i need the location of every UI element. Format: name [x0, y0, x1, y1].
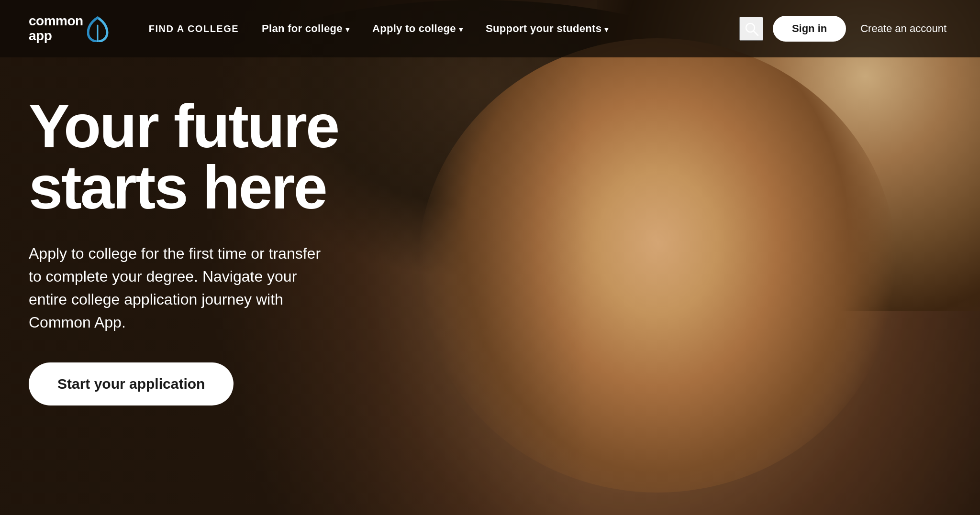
hero-subtitle: Apply to college for the first time or t…: [29, 242, 335, 334]
signin-button[interactable]: Sign in: [773, 16, 846, 42]
support-students-chevron-icon: ▾: [604, 25, 608, 34]
logo-app: app: [29, 29, 83, 44]
hero-title: Your future starts here: [29, 96, 402, 218]
logo-common: common: [29, 14, 83, 29]
hero-content: Your future starts here Apply to college…: [29, 96, 402, 405]
search-icon: [744, 21, 759, 36]
svg-line-1: [754, 31, 758, 35]
apply-college-chevron-icon: ▾: [459, 25, 463, 34]
nav-actions: Sign in Create an account: [739, 16, 951, 42]
navbar: common app FIND A COLLEGE Plan for colle…: [0, 0, 980, 57]
start-application-button[interactable]: Start your application: [29, 362, 234, 405]
nav-support-students[interactable]: Support your students ▾: [474, 19, 620, 39]
hero-section: common app FIND A COLLEGE Plan for colle…: [0, 0, 980, 515]
logo-icon: [87, 16, 109, 42]
nav-apply-to-college[interactable]: Apply to college ▾: [361, 19, 474, 39]
nav-find-college[interactable]: FIND A COLLEGE: [137, 20, 250, 38]
nav-items: FIND A COLLEGE Plan for college ▾ Apply …: [137, 19, 620, 39]
logo-link[interactable]: common app: [29, 14, 109, 44]
create-account-button[interactable]: Create an account: [856, 16, 951, 42]
logo-text: common app: [29, 14, 83, 44]
search-button[interactable]: [739, 17, 763, 41]
nav-plan-for-college[interactable]: Plan for college ▾: [250, 19, 361, 39]
plan-college-chevron-icon: ▾: [345, 25, 349, 34]
